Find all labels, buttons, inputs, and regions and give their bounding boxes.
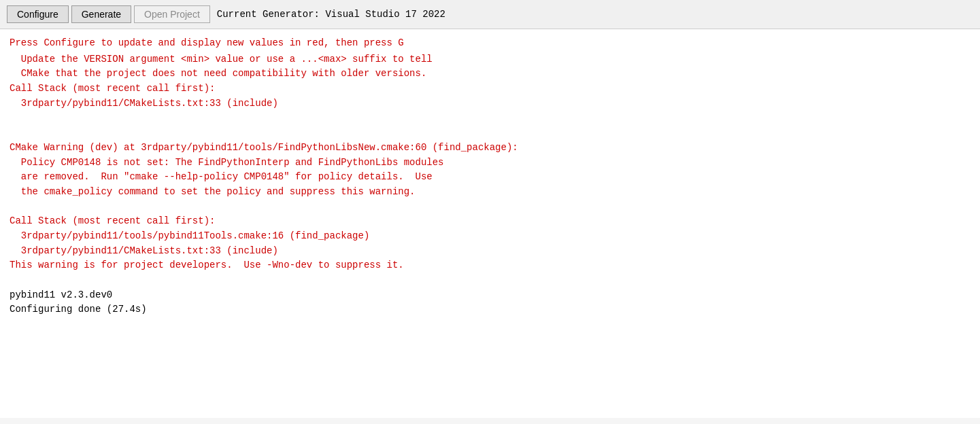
output-line: Policy CMP0148 is not set: The FindPytho… (10, 156, 970, 171)
output-line (10, 273, 970, 288)
output-line: Call Stack (most recent call first): (10, 82, 970, 96)
output-area: Press Configure to update and display ne… (0, 29, 980, 418)
banner-line: Press Configure to update and display ne… (10, 36, 970, 51)
output-line: CMake that the project does not need com… (10, 67, 970, 82)
current-generator-label: Current Generator: Visual Studio 17 2022 (217, 9, 445, 20)
output-line: 3rdparty/pybind11/CMakeLists.txt:33 (inc… (10, 96, 970, 111)
configure-button[interactable]: Configure (7, 5, 69, 23)
output-line (10, 126, 970, 141)
output-line: Call Stack (most recent call first): (10, 214, 970, 229)
toolbar: Configure Generate Open Project Current … (0, 0, 980, 29)
output-line (10, 111, 970, 126)
output-line: Configuring done (27.4s) (10, 302, 970, 317)
generate-button[interactable]: Generate (71, 5, 131, 23)
output-line: Update the VERSION argument <min> value … (10, 52, 970, 67)
output-line: This warning is for project developers. … (10, 258, 970, 273)
output-line: pybind11 v2.3.dev0 (10, 288, 970, 303)
output-line (10, 200, 970, 215)
output-line: 3rdparty/pybind11/tools/pybind11Tools.cm… (10, 229, 970, 244)
output-line: 3rdparty/pybind11/CMakeLists.txt:33 (inc… (10, 244, 970, 259)
output-line: the cmake_policy command to set the poli… (10, 185, 970, 200)
output-line: are removed. Run "cmake --help-policy CM… (10, 170, 970, 185)
output-line: CMake Warning (dev) at 3rdparty/pybind11… (10, 141, 970, 156)
open-project-button[interactable]: Open Project (134, 5, 210, 23)
